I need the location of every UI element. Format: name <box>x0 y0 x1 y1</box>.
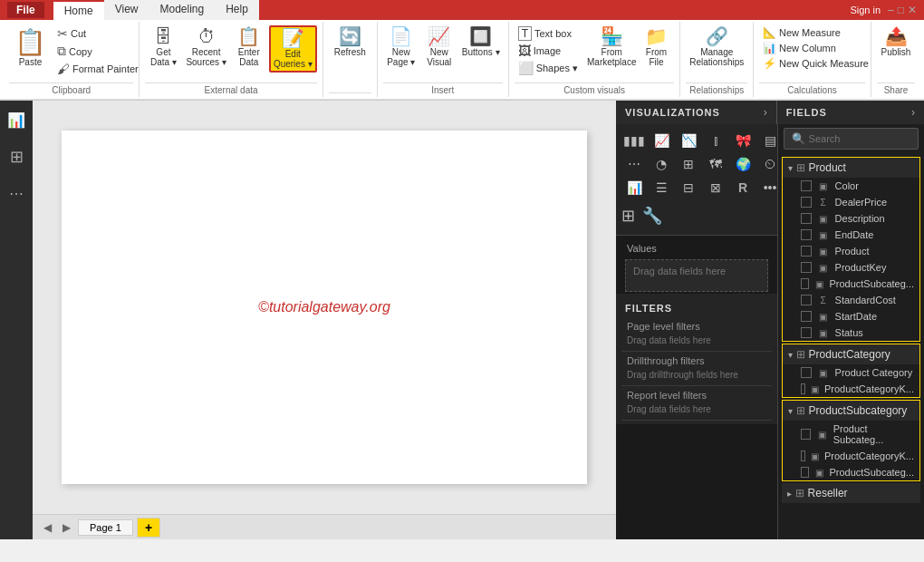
productcategoryk-field[interactable]: ▣ ProductCategoryK... <box>783 381 919 397</box>
recent-sources-button[interactable]: ⏱ RecentSources ▾ <box>183 25 228 69</box>
enddate-checkbox[interactable] <box>801 229 812 240</box>
fields-chevron[interactable]: › <box>911 106 915 119</box>
viz-ribbon-chart[interactable]: 🎀 <box>730 130 756 151</box>
file-menu[interactable]: File <box>7 2 44 18</box>
page-prev-arrow[interactable]: ◀ <box>40 521 55 534</box>
viz-pie-chart[interactable]: ◔ <box>649 153 674 175</box>
search-input[interactable] <box>809 133 910 144</box>
product-category-checkbox[interactable] <box>801 367 812 378</box>
page-next-arrow[interactable]: ▶ <box>59 521 74 534</box>
viz-map[interactable]: 🗺 <box>703 153 728 175</box>
add-page-button[interactable]: + <box>137 518 160 538</box>
edit-queries-button[interactable]: 📝 EditQueries ▾ <box>269 25 317 73</box>
description-field[interactable]: ▣ Description <box>783 210 919 227</box>
buttons-button[interactable]: 🔲 Buttons ▾ <box>459 25 503 59</box>
tab-view[interactable]: View <box>104 0 149 20</box>
data-view-icon[interactable]: ⊞ <box>6 143 27 170</box>
viz-filled-map[interactable]: 🌍 <box>730 153 756 175</box>
productsubcateg-field[interactable]: ▣ ProductSubcateg... <box>783 276 919 292</box>
viz-more[interactable]: ••• <box>757 177 778 199</box>
productkey-field[interactable]: ▣ ProductKey <box>783 259 919 276</box>
viz-waterfall-chart[interactable]: ▤ <box>757 130 778 151</box>
values-drag-area[interactable]: Drag data fields here <box>625 259 768 292</box>
report-view-icon[interactable]: 📊 <box>4 108 29 132</box>
new-measure-button[interactable]: 📐 New Measure <box>759 25 872 40</box>
description-checkbox[interactable] <box>801 213 812 224</box>
product-category-field[interactable]: ▣ Product Category <box>783 364 919 381</box>
viz-matrix[interactable]: ⊠ <box>703 177 728 199</box>
tab-modeling[interactable]: Modeling <box>149 0 215 20</box>
viz-treemap[interactable]: ⊞ <box>676 153 701 175</box>
model-view-icon[interactable]: ⋯ <box>5 181 27 206</box>
dealer-price-checkbox[interactable] <box>801 197 812 208</box>
get-data-button[interactable]: 🗄 GetData ▾ <box>145 25 181 69</box>
viz-table[interactable]: ⊟ <box>676 177 701 199</box>
product-subcateg-field[interactable]: ▣ Product Subcateg... <box>783 421 919 448</box>
viz-r-script[interactable]: R <box>730 177 756 199</box>
window-close[interactable]: ✕ <box>908 4 917 16</box>
sign-in-button[interactable]: Sign in <box>850 5 881 15</box>
manage-relationships-button[interactable]: 🔗 ManageRelationships <box>686 25 746 69</box>
window-restore[interactable]: □ <box>898 4 904 16</box>
enter-data-button[interactable]: 📋 EnterData <box>231 25 267 69</box>
product-field[interactable]: ▣ Product <box>783 243 919 259</box>
startdate-checkbox[interactable] <box>801 311 812 322</box>
productkey-checkbox[interactable] <box>801 262 812 273</box>
copy-button[interactable]: ⧉ Copy <box>53 43 142 60</box>
viz-kpi[interactable]: 📊 <box>621 177 647 199</box>
viz-line-chart[interactable]: 📈 <box>649 130 674 151</box>
status-field[interactable]: ▣ Status <box>783 325 919 341</box>
new-visual-button[interactable]: 📈 NewVisual <box>421 25 457 69</box>
new-quick-measure-button[interactable]: ⚡ New Quick Measure <box>759 56 872 71</box>
report-level-drag[interactable]: Drag data fields here <box>621 402 772 421</box>
image-button[interactable]: 🖼 Image <box>515 43 582 59</box>
product-category-header[interactable]: ▾ ⊞ ProductCategory <box>783 344 919 364</box>
product-checkbox[interactable] <box>801 246 812 257</box>
tab-home[interactable]: Home <box>53 0 104 20</box>
reseller-header[interactable]: ▸ ⊞ Reseller <box>782 483 920 503</box>
cut-button[interactable]: ✂ Cut <box>53 25 142 42</box>
product-subcateg-checkbox[interactable] <box>801 429 811 440</box>
new-page-button[interactable]: 📄 NewPage ▾ <box>383 25 419 69</box>
standardcost-field[interactable]: Σ StandardCost <box>783 292 919 308</box>
productsubcateg-checkbox[interactable] <box>801 278 809 289</box>
viz-area-chart[interactable]: 📉 <box>676 130 701 151</box>
product-group-header[interactable]: ▾ ⊞ Product <box>783 158 919 178</box>
status-checkbox[interactable] <box>801 327 812 338</box>
viz-slicer[interactable]: ☰ <box>649 177 674 199</box>
viz-combo-chart[interactable]: ⫿ <box>703 130 728 151</box>
product-subcategory-header[interactable]: ▾ ⊞ ProductSubcategory <box>783 401 919 421</box>
window-minimize[interactable]: – <box>888 4 894 16</box>
color-field[interactable]: ▣ Color <box>783 178 919 194</box>
productcategoryk2-field[interactable]: ▣ ProductCategoryK... <box>783 448 919 464</box>
shapes-button[interactable]: ⬜ Shapes ▾ <box>515 60 582 76</box>
text-box-button[interactable]: T Text box <box>515 25 582 42</box>
page-level-drag[interactable]: Drag data fields here <box>621 334 772 352</box>
startdate-field[interactable]: ▣ StartDate <box>783 308 919 325</box>
productcategoryk-checkbox[interactable] <box>801 383 805 394</box>
tab-help[interactable]: Help <box>215 0 259 20</box>
viz-scatter-plot[interactable]: ⋯ <box>621 153 647 175</box>
paste-button[interactable]: 📋 Paste <box>9 25 52 69</box>
drillthrough-drag[interactable]: Drag drillthrough fields here <box>621 368 772 386</box>
color-checkbox[interactable] <box>801 180 812 191</box>
productsubcateg2-checkbox[interactable] <box>801 467 809 478</box>
dealer-price-field[interactable]: Σ DealerPrice <box>783 194 919 210</box>
standardcost-checkbox[interactable] <box>801 295 812 305</box>
productcategoryk2-checkbox[interactable] <box>801 451 805 461</box>
refresh-button[interactable]: 🔄 Refresh <box>329 25 371 59</box>
visualizations-chevron[interactable]: › <box>764 106 767 119</box>
enddate-field[interactable]: ▣ EndDate <box>783 227 919 243</box>
new-column-button[interactable]: 📊 New Column <box>759 41 872 55</box>
viz-analytics-icon[interactable]: 🔧 <box>642 206 662 226</box>
viz-format-icon[interactable]: ⊞ <box>621 206 635 226</box>
publish-button[interactable]: 📤 Publish <box>877 25 915 59</box>
from-marketplace-button[interactable]: 🏪 FromMarketplace <box>587 25 636 69</box>
productsubcateg2-field[interactable]: ▣ ProductSubcateg... <box>783 464 919 480</box>
product-subcategory-name: ProductSubcategory <box>809 404 908 417</box>
viz-gauge[interactable]: ⏲ <box>757 153 778 175</box>
from-file-button[interactable]: 📁 FromFile <box>638 25 674 69</box>
format-painter-button[interactable]: 🖌 Format Painter <box>53 61 142 77</box>
viz-bar-chart[interactable]: ▮▮▮ <box>621 130 647 151</box>
page-1-tab[interactable]: Page 1 <box>78 519 133 536</box>
